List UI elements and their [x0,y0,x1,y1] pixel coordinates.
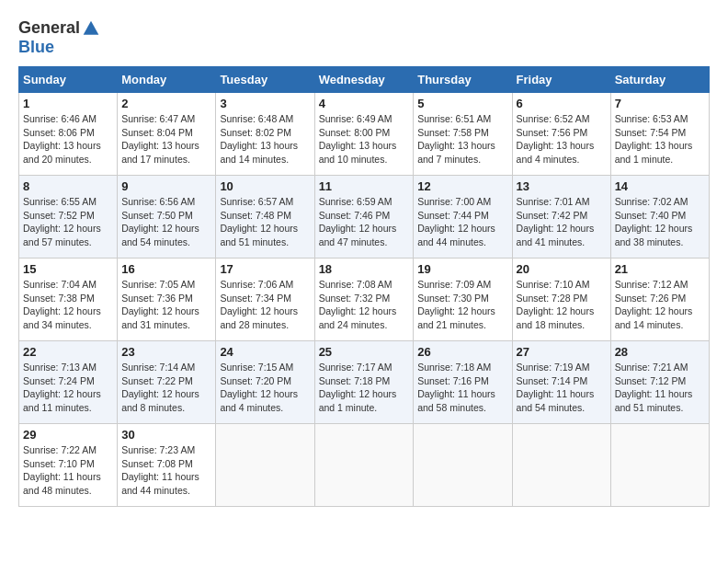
day-header-friday: Friday [512,67,610,93]
logo: General Blue [18,18,100,57]
calendar-cell-23: 23Sunrise: 7:14 AMSunset: 7:22 PMDayligh… [118,341,216,424]
calendar-cell-16: 16Sunrise: 7:05 AMSunset: 7:36 PMDayligh… [118,259,216,341]
day-header-monday: Monday [118,67,216,93]
calendar-cell-6: 6Sunrise: 6:52 AMSunset: 7:56 PMDaylight… [512,93,610,176]
logo-blue: Blue [18,38,54,57]
calendar-header-row: SundayMondayTuesdayWednesdayThursdayFrid… [19,67,710,93]
calendar-cell-17: 17Sunrise: 7:06 AMSunset: 7:34 PMDayligh… [216,259,314,341]
week-row-2: 8Sunrise: 6:55 AMSunset: 7:52 PMDaylight… [19,176,710,259]
calendar-cell-empty [216,424,314,507]
calendar-cell-empty [314,424,414,507]
calendar: SundayMondayTuesdayWednesdayThursdayFrid… [18,66,710,507]
day-header-thursday: Thursday [414,67,512,93]
calendar-cell-empty [610,424,709,507]
calendar-cell-30: 30Sunrise: 7:23 AMSunset: 7:08 PMDayligh… [118,424,216,507]
calendar-cell-27: 27Sunrise: 7:19 AMSunset: 7:14 PMDayligh… [512,341,610,424]
calendar-cell-3: 3Sunrise: 6:48 AMSunset: 8:02 PMDaylight… [216,93,314,176]
calendar-cell-9: 9Sunrise: 6:56 AMSunset: 7:50 PMDaylight… [118,176,216,259]
logo-general: General [18,18,80,38]
calendar-cell-7: 7Sunrise: 6:53 AMSunset: 7:54 PMDaylight… [610,93,709,176]
day-header-sunday: Sunday [19,67,118,93]
calendar-cell-14: 14Sunrise: 7:02 AMSunset: 7:40 PMDayligh… [610,176,709,259]
calendar-cell-10: 10Sunrise: 6:57 AMSunset: 7:48 PMDayligh… [216,176,314,259]
calendar-cell-empty [512,424,610,507]
calendar-cell-21: 21Sunrise: 7:12 AMSunset: 7:26 PMDayligh… [610,259,709,341]
calendar-cell-12: 12Sunrise: 7:00 AMSunset: 7:44 PMDayligh… [414,176,512,259]
calendar-cell-11: 11Sunrise: 6:59 AMSunset: 7:46 PMDayligh… [314,176,414,259]
calendar-cell-26: 26Sunrise: 7:18 AMSunset: 7:16 PMDayligh… [414,341,512,424]
calendar-cell-28: 28Sunrise: 7:21 AMSunset: 7:12 PMDayligh… [610,341,709,424]
calendar-cell-8: 8Sunrise: 6:55 AMSunset: 7:52 PMDaylight… [19,176,118,259]
calendar-cell-25: 25Sunrise: 7:17 AMSunset: 7:18 PMDayligh… [314,341,414,424]
day-header-wednesday: Wednesday [314,67,414,93]
week-row-4: 22Sunrise: 7:13 AMSunset: 7:24 PMDayligh… [19,341,710,424]
week-row-3: 15Sunrise: 7:04 AMSunset: 7:38 PMDayligh… [19,259,710,341]
day-header-saturday: Saturday [610,67,709,93]
calendar-cell-24: 24Sunrise: 7:15 AMSunset: 7:20 PMDayligh… [216,341,314,424]
calendar-cell-5: 5Sunrise: 6:51 AMSunset: 7:58 PMDaylight… [414,93,512,176]
calendar-cell-18: 18Sunrise: 7:08 AMSunset: 7:32 PMDayligh… [314,259,414,341]
calendar-cell-4: 4Sunrise: 6:49 AMSunset: 8:00 PMDaylight… [314,93,414,176]
calendar-cell-15: 15Sunrise: 7:04 AMSunset: 7:38 PMDayligh… [19,259,118,341]
calendar-cell-20: 20Sunrise: 7:10 AMSunset: 7:28 PMDayligh… [512,259,610,341]
calendar-cell-empty [414,424,512,507]
calendar-cell-13: 13Sunrise: 7:01 AMSunset: 7:42 PMDayligh… [512,176,610,259]
week-row-5: 29Sunrise: 7:22 AMSunset: 7:10 PMDayligh… [19,424,710,507]
calendar-cell-19: 19Sunrise: 7:09 AMSunset: 7:30 PMDayligh… [414,259,512,341]
calendar-cell-29: 29Sunrise: 7:22 AMSunset: 7:10 PMDayligh… [19,424,118,507]
week-row-1: 1Sunrise: 6:46 AMSunset: 8:06 PMDaylight… [19,93,710,176]
day-header-tuesday: Tuesday [216,67,314,93]
calendar-cell-1: 1Sunrise: 6:46 AMSunset: 8:06 PMDaylight… [19,93,118,176]
calendar-cell-22: 22Sunrise: 7:13 AMSunset: 7:24 PMDayligh… [19,341,118,424]
page-header: General Blue [18,18,710,57]
logo-icon [82,19,100,38]
svg-marker-0 [84,20,99,34]
calendar-cell-2: 2Sunrise: 6:47 AMSunset: 8:04 PMDaylight… [118,93,216,176]
